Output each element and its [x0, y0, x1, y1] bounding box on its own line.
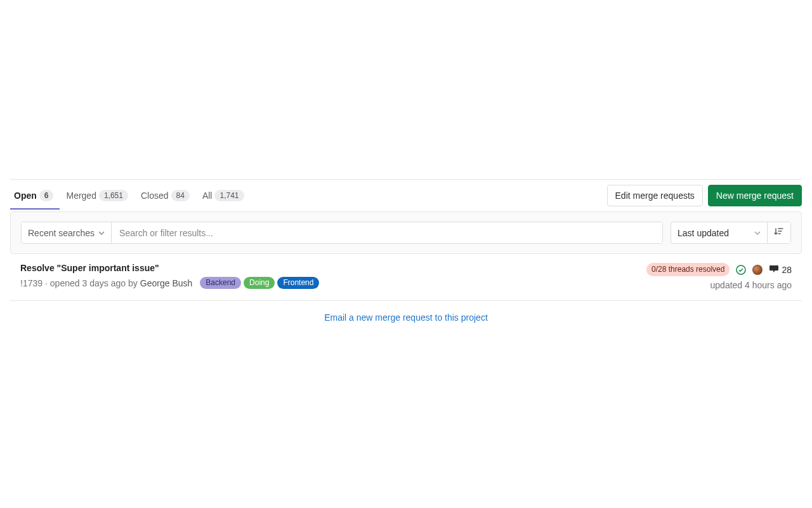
tab-count: 6 — [39, 190, 54, 201]
label-doing[interactable]: Doing — [244, 277, 275, 289]
tab-count: 1,741 — [214, 190, 244, 201]
by-text: by — [128, 278, 138, 288]
email-new-mr-link[interactable]: Email a new merge request to this projec… — [324, 312, 488, 323]
comments-count: 28 — [782, 265, 792, 275]
tab-label: All — [202, 190, 213, 201]
recent-searches-button[interactable]: Recent searches — [22, 222, 112, 243]
pipeline-passed-icon[interactable] — [736, 265, 746, 275]
comments-link[interactable]: 28 — [769, 264, 792, 276]
sort-select-label: Last updated — [678, 228, 729, 238]
tab-merged[interactable]: Merged 1,651 — [60, 182, 134, 210]
sort-container: Last updated — [671, 222, 791, 244]
search-input[interactable] — [112, 222, 662, 243]
sort-descending-icon — [774, 227, 784, 239]
label-backend[interactable]: Backend — [200, 277, 241, 289]
sort-direction-button[interactable] — [768, 222, 790, 243]
recent-searches-label: Recent searches — [28, 228, 95, 238]
tab-count: 84 — [171, 190, 190, 201]
tab-label: Closed — [141, 190, 169, 201]
opened-time: 3 days ago — [82, 278, 126, 288]
tab-closed[interactable]: Closed 84 — [134, 182, 196, 210]
svg-point-3 — [737, 265, 745, 274]
tab-all[interactable]: All 1,741 — [196, 182, 251, 210]
merge-request-item: Resolve "Super important issue" !1739 · … — [10, 254, 802, 301]
label-frontend[interactable]: Frontend — [277, 277, 319, 289]
comments-icon — [769, 264, 779, 276]
merge-request-ref: !1739 — [20, 278, 43, 288]
chevron-down-icon — [98, 230, 105, 236]
sort-select[interactable]: Last updated — [671, 222, 768, 243]
mr-right-top: 0/28 threads resolved 28 — [646, 263, 792, 276]
updated-text: updated 4 hours ago — [710, 280, 792, 290]
state-tabs: Open 6 Merged 1,651 Closed 84 All 1,741 — [10, 182, 251, 210]
label-group: Backend Doing Frontend — [200, 277, 319, 289]
tabs-row: Open 6 Merged 1,651 Closed 84 All 1,741 … — [10, 179, 802, 211]
chevron-down-icon — [754, 230, 761, 236]
assignee-avatar[interactable] — [752, 265, 763, 275]
merge-request-title[interactable]: Resolve "Super important issue" — [20, 263, 627, 273]
author-link[interactable]: George Bush — [140, 278, 193, 288]
opened-prefix: · opened — [45, 278, 80, 288]
new-merge-request-button[interactable]: New merge request — [708, 185, 802, 206]
search-filter-container: Recent searches — [21, 222, 663, 244]
tab-label: Merged — [66, 190, 96, 201]
tab-count: 1,651 — [99, 190, 128, 201]
tab-label: Open — [14, 190, 37, 201]
threads-resolved-pill: 0/28 threads resolved — [646, 263, 730, 276]
email-link-row: Email a new merge request to this projec… — [10, 301, 802, 334]
filter-bar: Recent searches Last updated — [10, 211, 802, 254]
tab-open[interactable]: Open 6 — [10, 182, 60, 210]
page-actions: Edit merge requests New merge request — [607, 180, 802, 211]
merge-request-meta: !1739 · opened 3 days ago by George Bush… — [20, 277, 627, 289]
merge-request-list: Resolve "Super important issue" !1739 · … — [10, 254, 802, 301]
edit-merge-requests-button[interactable]: Edit merge requests — [607, 185, 703, 206]
